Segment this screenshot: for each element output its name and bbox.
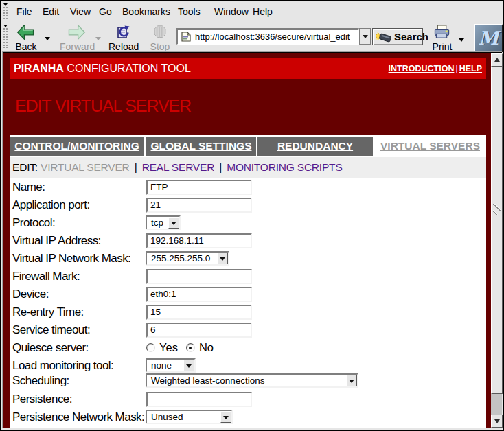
form-row-application-port: Application port:21	[10, 196, 486, 214]
menu-edit[interactable]: Edit	[43, 1, 59, 22]
form-row-device: Device:eth0:1	[10, 286, 486, 303]
piranha-header-bar: PIRANHA CONFIGURATION TOOL INTRODUCTION|…	[10, 58, 486, 79]
menubar-grip-handle[interactable]	[3, 6, 8, 20]
search-flashlight-icon	[375, 31, 393, 43]
subnav-separator: |	[130, 161, 142, 173]
menu-bar: FileEditViewGoBookmarksToolsWindowHelp	[1, 1, 503, 22]
subnav-real-server[interactable]: REAL SERVER	[142, 161, 214, 173]
tab-virtual-servers[interactable]: VIRTUAL SERVERS	[374, 137, 486, 156]
reload-button[interactable]: Reload	[108, 25, 138, 52]
form-row-scheduling: Scheduling:Weighted least-connections	[10, 372, 486, 390]
search-button[interactable]: Search	[372, 28, 423, 45]
url-dropdown-button[interactable]	[359, 28, 371, 45]
name-field[interactable]: FTP	[146, 180, 252, 195]
introduction-link[interactable]: INTRODUCTION	[389, 64, 455, 73]
stop-label: Stop	[150, 41, 170, 52]
persistence-network-mask-select[interactable]: Unused	[146, 410, 233, 424]
quiesce-server-radio-label-yes: Yes	[159, 341, 178, 353]
scrollbar-thumb-grip	[493, 204, 501, 215]
protocol-select-arrow-icon	[168, 217, 179, 229]
piranha-brand: PIRANHA CONFIGURATION TOOL	[14, 58, 191, 79]
persistence-label: Persistence:	[12, 391, 72, 408]
service-timeout-field[interactable]: 6	[146, 323, 252, 338]
load-monitoring-tool-select[interactable]: none	[146, 358, 196, 373]
tab-bar: CONTROL/MONITORINGGLOBAL SETTINGSREDUNDA…	[10, 135, 486, 157]
name-label: Name:	[12, 178, 45, 196]
back-button[interactable]: Back	[11, 25, 41, 52]
url-bar[interactable]: http://localhost:3636/secure/virtual_edi…	[176, 28, 359, 45]
scroll-down-button[interactable]	[491, 415, 503, 428]
menu-go[interactable]: Go	[99, 1, 112, 22]
subnav-prefix: EDIT:	[12, 161, 38, 173]
service-timeout-label: Service timeout:	[12, 321, 90, 339]
form-row-persistence: Persistence:	[10, 391, 486, 408]
scheduling-select[interactable]: Weighted least-connections	[146, 373, 358, 388]
help-link[interactable]: HELP	[459, 64, 482, 73]
protocol-label: Protocol:	[12, 214, 55, 232]
forward-arrow-icon	[66, 25, 87, 40]
menu-file[interactable]: File	[16, 1, 32, 22]
form-row-protocol: Protocol:tcp	[10, 214, 486, 232]
subnav-separator: |	[214, 161, 227, 173]
print-icon	[433, 25, 452, 40]
back-label: Back	[11, 41, 41, 52]
url-text: http://localhost:3636/secure/virtual_edi…	[195, 32, 350, 42]
page-content: PIRANHA CONFIGURATION TOOL INTRODUCTION|…	[3, 53, 491, 428]
quiesce-server-radio-no[interactable]	[186, 343, 195, 352]
persistence-field[interactable]	[146, 392, 252, 407]
virtual-ip-network-mask-select-arrow-icon	[217, 253, 228, 264]
form-row-service-timeout: Service timeout:6	[10, 321, 486, 339]
forward-label: Forward	[60, 41, 93, 52]
menu-tools[interactable]: Tools	[178, 1, 201, 22]
mozilla-logo[interactable]: M	[474, 24, 503, 52]
forward-button[interactable]: Forward	[60, 25, 93, 52]
stop-button[interactable]: Stop	[150, 25, 170, 52]
tab-redundancy[interactable]: REDUNDANCY	[257, 137, 373, 156]
virtual-ip-network-mask-label: Virtual IP Network Mask:	[12, 250, 130, 268]
virtual-ip-address-field[interactable]: 192.168.1.11	[146, 233, 252, 248]
quiesce-server-radio-yes[interactable]	[146, 343, 155, 352]
quiesce-server-radio-label-no: No	[199, 341, 214, 353]
persistence-network-mask-label: Persistence Network Mask:	[12, 408, 144, 426]
menu-window[interactable]: Window	[214, 1, 249, 22]
scrollbar-thumb[interactable]	[491, 67, 503, 394]
form-row-virtual-ip-network-mask: Virtual IP Network Mask:255.255.255.0	[10, 250, 486, 268]
subnav-monitoring-scripts[interactable]: MONITORING SCRIPTS	[227, 161, 342, 173]
page-title: EDIT VIRTUAL SERVER	[15, 96, 191, 116]
vertical-scrollbar[interactable]	[491, 53, 502, 428]
toolbar-grip-handle[interactable]	[3, 27, 8, 48]
tab-control-monitoring[interactable]: CONTROL/MONITORING	[10, 137, 144, 156]
menu-view[interactable]: View	[70, 1, 91, 22]
navigation-toolbar: Back Forward Reload	[1, 22, 503, 52]
page-bookmark-icon	[181, 32, 191, 42]
forward-dropdown-arrow[interactable]	[95, 37, 101, 40]
print-dropdown-arrow[interactable]	[459, 38, 464, 42]
re-entry-time-label: Re-entry Time:	[12, 303, 84, 321]
search-label: Search	[394, 31, 428, 43]
form-row-firewall-mark: Firewall Mark:	[10, 268, 486, 286]
print-button[interactable]: Print	[430, 25, 455, 52]
firewall-mark-field[interactable]	[146, 269, 252, 284]
subnav-virtual-server[interactable]: VIRTUAL SERVER	[41, 161, 130, 173]
application-port-field[interactable]: 21	[146, 198, 252, 213]
form-row-persistence-network-mask: Persistence Network Mask:Unused	[10, 408, 486, 426]
back-arrow-icon	[16, 25, 36, 40]
print-label: Print	[430, 41, 455, 52]
form-row-re-entry-time: Re-entry Time:15	[10, 303, 486, 321]
virtual-ip-network-mask-select[interactable]: 255.255.255.0	[146, 251, 229, 266]
device-field[interactable]: eth0:1	[146, 287, 252, 302]
tab-global-settings[interactable]: GLOBAL SETTINGS	[146, 137, 256, 156]
reload-icon	[115, 25, 132, 40]
scheduling-label: Scheduling:	[12, 372, 69, 390]
protocol-select[interactable]: tcp	[146, 216, 181, 230]
firewall-mark-label: Firewall Mark:	[12, 268, 80, 286]
back-dropdown-arrow[interactable]	[45, 37, 50, 40]
menu-bookmarks[interactable]: Bookmarks	[122, 1, 170, 22]
menu-help[interactable]: Help	[253, 1, 273, 22]
scroll-up-button[interactable]	[491, 53, 503, 67]
form-row-name: Name:FTP	[10, 178, 486, 196]
application-port-label: Application port:	[12, 196, 90, 214]
quiesce-server-label: Quiesce server:	[12, 339, 89, 357]
virtual-ip-address-label: Virtual IP Address:	[12, 232, 101, 250]
re-entry-time-field[interactable]: 15	[146, 305, 252, 320]
